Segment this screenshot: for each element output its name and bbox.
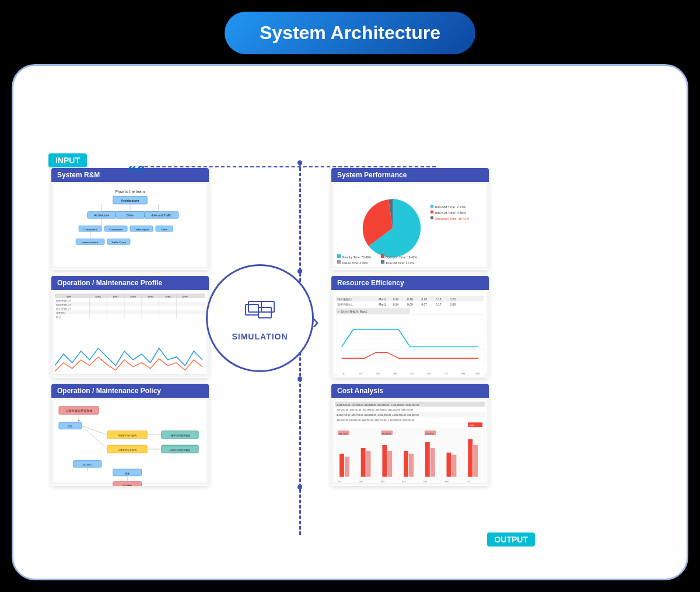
svg-text:-165,500.00  509,000.00  -888,: -165,500.00 509,000.00 -888,750.00 -818,…: [336, 419, 415, 422]
svg-text:✓ 정비비용합계: Man1: ✓ 정비비용합계: Man1: [338, 310, 368, 313]
svg-rect-148: [430, 448, 435, 477]
svg-text:-797,250.00  -178,750.00  -815: -797,250.00 -178,750.00 -815,000.00 -226…: [336, 408, 414, 411]
svg-rect-41: [55, 306, 205, 310]
svg-rect-84: [430, 211, 433, 213]
svg-text:운영: 운영: [68, 425, 72, 428]
chevron-arrow-icon: ««: [127, 159, 145, 178]
svg-text:항목3: 항목3: [130, 295, 136, 298]
panel-policy: Operation / Maintenance Policy 사용자정의운영정책…: [51, 384, 209, 486]
svg-text:Traffic Count: Traffic Count: [111, 241, 127, 244]
svg-text:정주관팀시...: 정주관팀시...: [337, 303, 354, 306]
svg-rect-0: [246, 304, 258, 315]
svg-text:5e5 분석: 5e5 분석: [425, 432, 435, 435]
profile-chart-content: 항목 항목1 항목2 항목3 항목4 항목5 항목6: [54, 292, 206, 374]
svg-text:1e1: 1e1: [342, 372, 346, 375]
panel-rm-body: Flow to the team Architecture Architectu…: [51, 182, 209, 269]
svg-text:9e9: 9e9: [475, 372, 480, 375]
svg-rect-141: [361, 448, 366, 477]
svg-rect-144: [387, 451, 392, 477]
dot-marker-mid1: [298, 269, 302, 274]
svg-text:표준편차: 표준편차: [56, 311, 65, 314]
svg-text:2e2: 2e2: [359, 372, 363, 375]
svg-text:사용자정의정책설정: 사용자정의정책설정: [169, 449, 190, 451]
svg-text:Architecture: Architecture: [94, 214, 109, 217]
svg-rect-145: [404, 451, 408, 477]
svg-text:Component: Component: [83, 228, 97, 231]
rm-chart-content: Flow to the team Architecture Architectu…: [54, 184, 206, 267]
svg-text:사후유지보수정책: 사후유지보수정책: [118, 449, 136, 451]
right-arrow-icon: ›: [312, 310, 319, 334]
svg-rect-151: [468, 439, 473, 477]
panel-resource-body: 패트롤팀시... Man1 0.14 0.18 0.10 0.18 0.23 정…: [331, 290, 489, 377]
svg-text:Component: Component: [109, 228, 123, 231]
svg-text:1e1: 1e1: [338, 480, 342, 483]
svg-text:Drive: Drive: [162, 228, 168, 231]
svg-text:0.07: 0.07: [422, 303, 428, 306]
svg-text:4e4: 4e4: [393, 372, 397, 375]
svg-text:항목1: 항목1: [95, 295, 101, 298]
svg-text:0.18: 0.18: [407, 299, 413, 302]
performance-pie-chart: Total PM Time: 2.11% Total CM Time: 0.46…: [334, 184, 487, 267]
policy-flow-content: 사용자정의운영정책 운영 예방유지보수정책 사후유지보수정책: [54, 400, 206, 482]
svg-rect-149: [447, 453, 452, 477]
svg-rect-150: [452, 455, 456, 477]
panel-cost-header: Cost Analysis: [331, 384, 489, 398]
svg-rect-42: [55, 310, 205, 314]
title-badge: System Architecture: [225, 12, 475, 54]
resource-chart-content: 패트롤팀시... Man1 0.14 0.18 0.10 0.18 0.23 정…: [334, 292, 487, 374]
svg-text:예방유지보수정책: 예방유지보수정책: [118, 434, 136, 437]
svg-text:-1,488,500.00  -112,000.00  -8: -1,488,500.00 -112,000.00 -810,500.00 -6…: [336, 404, 419, 407]
svg-text:사용자정의정책설정: 사용자정의정책설정: [169, 434, 190, 437]
svg-rect-86: [430, 216, 433, 219]
simulation-label: SIMULATION: [232, 332, 288, 341]
svg-text:7e7: 7e7: [466, 480, 470, 483]
svg-text:최대 운영시간: 최대 운영시간: [56, 303, 71, 306]
dot-marker-bot: [298, 485, 302, 489]
panel-cost: Cost Analysis -1,488,500.00 -112,000.00 …: [331, 384, 489, 486]
svg-text:Operation Time: 19.42%: Operation Time: 19.42%: [386, 255, 417, 259]
svg-rect-82: [430, 205, 433, 208]
svg-text:Total PM Time: 2.11%: Total PM Time: 2.11%: [435, 205, 466, 209]
panel-performance-body: Total PM Time: 2.11% Total CM Time: 0.46…: [331, 182, 489, 269]
panel-performance: System Performance Total PM Time: 2.11% …: [331, 168, 489, 270]
panel-profile: Operation / Maintenance Profile 항목 항목1 항…: [51, 276, 209, 378]
svg-text:4e4: 4e4: [402, 480, 406, 483]
svg-rect-147: [425, 442, 430, 477]
svg-text:0.18: 0.18: [436, 299, 442, 302]
svg-text:항목2: 항목2: [113, 295, 118, 298]
svg-text:Total PM Time: 2.11%: Total PM Time: 2.11%: [386, 261, 414, 265]
svg-text:사용자정의운영정책: 사용자정의운영정책: [66, 409, 92, 412]
panel-cost-body: -1,488,500.00 -112,000.00 -810,500.00 -6…: [331, 398, 489, 485]
svg-rect-88: [337, 254, 341, 258]
svg-text:3e3 분석: 3e3 분석: [382, 432, 391, 435]
svg-rect-146: [409, 454, 414, 477]
simulation-circle: SIMULATION: [206, 264, 314, 372]
svg-marker-59: [78, 420, 80, 422]
svg-text:0.09: 0.09: [450, 303, 456, 306]
svg-text:-809: -809: [469, 424, 474, 427]
svg-text:Operation Time: 19.42%: Operation Time: 19.42%: [435, 217, 469, 220]
svg-text:분산: 분산: [56, 316, 61, 318]
svg-rect-142: [366, 451, 371, 477]
svg-text:1e1 분석: 1e1 분석: [338, 432, 348, 435]
svg-text:6e6: 6e6: [427, 372, 431, 375]
input-label: INPUT: [48, 153, 87, 167]
panel-resource: Resource Efficiency 패트롤팀시... Man1 0.14 0…: [331, 276, 489, 378]
dashed-horizontal-line: [139, 166, 436, 167]
svg-text:유지보수: 유지보수: [83, 463, 92, 466]
svg-rect-39: [55, 298, 205, 302]
svg-text:항목6: 항목6: [182, 295, 188, 298]
panel-policy-body: 사용자정의운영정책 운영 예방유지보수정책 사후유지보수정책: [51, 398, 209, 485]
svg-line-63: [82, 426, 107, 449]
svg-rect-94: [381, 260, 384, 264]
cost-chart-content: -1,488,500.00 -112,000.00 -810,500.00 -6…: [334, 400, 487, 482]
svg-text:Traffic signal: Traffic signal: [134, 228, 149, 231]
svg-rect-40: [55, 302, 205, 306]
svg-text:8e8: 8e8: [461, 372, 466, 375]
svg-text:패트롤팀시...: 패트롤팀시...: [337, 299, 354, 302]
svg-text:5e5: 5e5: [410, 372, 414, 375]
panel-policy-header: Operation / Maintenance Policy: [51, 384, 209, 398]
output-label: OUTPUT: [487, 533, 535, 547]
panel-profile-header: Operation / Maintenance Profile: [51, 276, 209, 290]
panel-performance-header: System Performance: [331, 168, 489, 182]
